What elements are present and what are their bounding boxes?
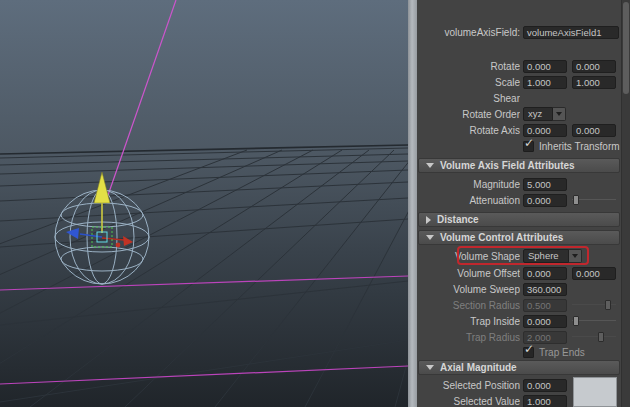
volume-shape-dropdown[interactable]: Sphere bbox=[523, 249, 582, 263]
attribute-editor: volumeAxisField: volumeAxisField1 Rotate… bbox=[417, 0, 621, 407]
viewport-background bbox=[0, 0, 408, 407]
panel-scrollbar[interactable] bbox=[621, 0, 630, 407]
section-radius-row: Section Radius 0.500 bbox=[417, 297, 621, 313]
trap-inside-label: Trap Inside bbox=[417, 316, 520, 327]
rotate-row: Rotate 0.000 0.000 bbox=[417, 58, 621, 74]
magnitude-field[interactable]: 5.000 bbox=[523, 178, 567, 191]
shear-label: Shear bbox=[417, 93, 520, 104]
chevron-down-icon[interactable] bbox=[569, 249, 582, 263]
section-radius-field: 0.500 bbox=[523, 299, 567, 312]
scale-label: Scale bbox=[417, 77, 520, 88]
node-name-field[interactable]: volumeAxisField1 bbox=[523, 26, 619, 39]
expand-arrow-icon bbox=[426, 216, 431, 224]
magnitude-label: Magnitude bbox=[417, 179, 520, 190]
checkmark-icon: ✓ bbox=[524, 137, 534, 149]
collapse-arrow-icon bbox=[426, 163, 434, 168]
trap-ends-checkbox[interactable]: ✓ bbox=[523, 347, 534, 358]
rotate-axis-x-field[interactable]: 0.000 bbox=[523, 124, 567, 137]
axial-magnitude-ramp[interactable] bbox=[573, 377, 617, 407]
collapse-arrow-icon bbox=[426, 365, 434, 370]
trap-radius-slider bbox=[572, 330, 616, 344]
rotate-x-field[interactable]: 0.000 bbox=[523, 60, 567, 73]
inherits-transform-checkbox[interactable]: ✓ bbox=[523, 141, 534, 152]
section-radius-label: Section Radius bbox=[417, 300, 520, 311]
section-volume-control-attributes[interactable]: Volume Control Attributes bbox=[418, 230, 620, 245]
section-volume-axis-field-attributes[interactable]: Volume Axis Field Attributes bbox=[418, 158, 620, 173]
selected-position-field[interactable]: 0.000 bbox=[523, 379, 567, 392]
maya-window: volumeAxisField: volumeAxisField1 Rotate… bbox=[0, 0, 630, 407]
trap-ends-label: Trap Ends bbox=[539, 347, 585, 358]
rotate-order-label: Rotate Order bbox=[417, 109, 520, 120]
section-title: Distance bbox=[437, 214, 479, 225]
volume-sweep-row: Volume Sweep 360.000 bbox=[417, 281, 621, 297]
selected-position-label: Selected Position bbox=[417, 380, 520, 391]
rotate-order-row: Rotate Order xyz bbox=[417, 106, 621, 122]
rotate-axis-label: Rotate Axis bbox=[417, 125, 520, 136]
rotate-order-value: xyz bbox=[523, 107, 553, 121]
volume-offset-row: Volume Offset 0.000 0.000 bbox=[417, 265, 621, 281]
section-title: Axial Magnitude bbox=[440, 362, 517, 373]
volume-sweep-field[interactable]: 360.000 bbox=[523, 283, 567, 296]
node-name-row: volumeAxisField: volumeAxisField1 bbox=[417, 24, 621, 40]
scrollbar-thumb[interactable] bbox=[623, 2, 629, 94]
scale-row: Scale 1.000 1.000 bbox=[417, 74, 621, 90]
checkmark-icon: ✓ bbox=[524, 343, 534, 355]
trap-inside-slider[interactable] bbox=[572, 314, 616, 328]
shear-row: Shear bbox=[417, 90, 621, 106]
attenuation-slider[interactable] bbox=[572, 193, 616, 207]
rotate-axis-y-field[interactable]: 0.000 bbox=[572, 124, 616, 137]
section-radius-slider bbox=[572, 298, 616, 312]
attenuation-row: Attenuation 0.000 bbox=[417, 192, 621, 208]
viewport-canvas bbox=[0, 0, 408, 407]
scale-y-field[interactable]: 1.000 bbox=[572, 76, 616, 89]
volume-shape-row: Volume Shape Sphere bbox=[417, 247, 621, 265]
volume-sweep-label: Volume Sweep bbox=[417, 284, 520, 295]
section-title: Volume Control Attributes bbox=[440, 232, 563, 243]
selected-value-field[interactable]: 1.000 bbox=[523, 395, 567, 407]
chevron-down-icon[interactable] bbox=[553, 107, 566, 121]
volume-offset-x-field[interactable]: 0.000 bbox=[523, 267, 567, 280]
rotate-order-dropdown[interactable]: xyz bbox=[523, 107, 566, 121]
inherits-transform-row: ✓ Inherits Transform bbox=[417, 138, 621, 154]
node-name-label: volumeAxisField: bbox=[417, 27, 520, 38]
manip-x-dot-icon bbox=[116, 243, 121, 248]
rotate-axis-row: Rotate Axis 0.000 0.000 bbox=[417, 122, 621, 138]
panel-splitter[interactable] bbox=[408, 0, 417, 407]
trap-radius-row: Trap Radius 2.000 bbox=[417, 329, 621, 345]
rotate-label: Rotate bbox=[417, 61, 520, 72]
scale-x-field[interactable]: 1.000 bbox=[523, 76, 567, 89]
attenuation-field[interactable]: 0.000 bbox=[523, 194, 567, 207]
magnitude-row: Magnitude 5.000 bbox=[417, 176, 621, 192]
collapse-arrow-icon bbox=[426, 235, 434, 240]
attenuation-label: Attenuation bbox=[417, 195, 520, 206]
viewport-3d[interactable] bbox=[0, 0, 408, 407]
section-distance[interactable]: Distance bbox=[418, 212, 620, 227]
rotate-y-field[interactable]: 0.000 bbox=[572, 60, 616, 73]
trap-ends-row: ✓ Trap Ends bbox=[417, 345, 621, 359]
trap-inside-row: Trap Inside 0.000 bbox=[417, 313, 621, 329]
volume-offset-label: Volume Offset bbox=[417, 268, 520, 279]
volume-shape-value: Sphere bbox=[523, 249, 569, 263]
trap-inside-field[interactable]: 0.000 bbox=[523, 315, 567, 328]
section-title: Volume Axis Field Attributes bbox=[440, 160, 575, 171]
volume-offset-y-field[interactable]: 0.000 bbox=[572, 267, 616, 280]
selected-value-label: Selected Value bbox=[417, 396, 520, 407]
inherits-transform-label: Inherits Transform bbox=[539, 141, 620, 152]
volume-shape-label: Volume Shape bbox=[417, 251, 520, 262]
section-axial-magnitude[interactable]: Axial Magnitude bbox=[418, 360, 620, 375]
trap-radius-label: Trap Radius bbox=[417, 332, 520, 343]
